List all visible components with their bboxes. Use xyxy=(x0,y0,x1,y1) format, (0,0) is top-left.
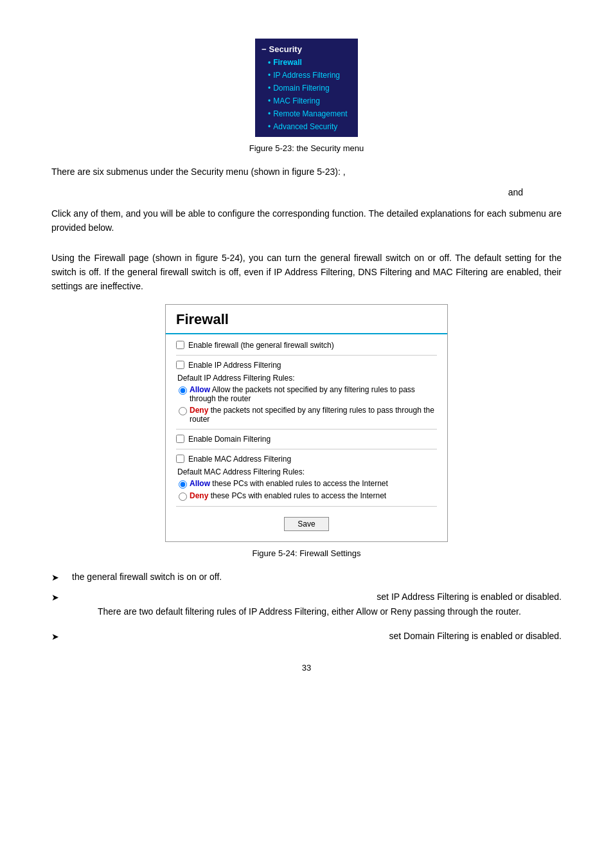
menu-container: Security Firewall IP Address Filtering D… xyxy=(51,39,562,137)
bullet-section: ➤ the general firewall switch is on or o… xyxy=(51,570,562,644)
page-number: 33 xyxy=(51,663,562,673)
bullet-row-3: ➤ set Domain Filtering is enabled or dis… xyxy=(51,629,562,644)
enable-domain-row: Enable Domain Filtering xyxy=(176,435,437,444)
menu-header: Security xyxy=(255,42,358,56)
bullet-arrow-1: ➤ xyxy=(51,570,59,584)
bullet-text-1: the general firewall switch is on or off… xyxy=(72,570,562,584)
enable-ip-label: Enable IP Address Filtering xyxy=(188,361,281,370)
mac-allow-row: Allow these PCs with enabled rules to ac… xyxy=(176,479,437,489)
mac-allow-radio[interactable] xyxy=(179,480,187,489)
menu-item-firewall[interactable]: Firewall xyxy=(255,56,358,69)
ip-allow-label: Allow Allow the packets not specified by… xyxy=(190,385,437,403)
firewall-container: Firewall Enable firewall (the general fi… xyxy=(51,304,562,542)
enable-domain-checkbox[interactable] xyxy=(176,435,184,443)
enable-firewall-checkbox[interactable] xyxy=(176,341,184,349)
enable-ip-row: Enable IP Address Filtering xyxy=(176,361,437,370)
bullet-arrow-2: ➤ xyxy=(51,590,59,604)
bullet-arrow-3: ➤ xyxy=(51,629,59,644)
page-content: Security Firewall IP Address Filtering D… xyxy=(51,39,562,673)
enable-mac-row: Enable MAC Address Filtering xyxy=(176,455,437,464)
menu-item-ip-filtering[interactable]: IP Address Filtering xyxy=(255,69,358,82)
ip-deny-radio[interactable] xyxy=(179,407,187,415)
firewall-body: Enable firewall (the general firewall sw… xyxy=(166,334,447,541)
bullet-text-2-rest: There are two default filtering rules of… xyxy=(72,604,562,619)
ip-allow-row: Allow Allow the packets not specified by… xyxy=(176,385,437,403)
enable-mac-checkbox[interactable] xyxy=(176,455,184,463)
mac-allow-label: Allow these PCs with enabled rules to ac… xyxy=(190,479,388,488)
mac-deny-label: Deny these PCs with enabled rules to acc… xyxy=(190,491,386,500)
bullet-content-2: set IP Address Filtering is enabled or d… xyxy=(72,590,562,624)
intro-paragraph: There are six submenus under the Securit… xyxy=(51,165,562,179)
intro-line2: and xyxy=(51,185,562,199)
menu-item-remote-management[interactable]: Remote Management xyxy=(255,107,358,120)
mac-deny-row: Deny these PCs with enabled rules to acc… xyxy=(176,491,437,501)
save-row: Save xyxy=(176,512,437,535)
menu-item-mac-filtering[interactable]: MAC Filtering xyxy=(255,95,358,107)
firewall-intro: Using the Firewall page (shown in figure… xyxy=(51,251,562,294)
default-mac-rules-label: Default MAC Address Filtering Rules: xyxy=(176,467,437,476)
firewall-box: Firewall Enable firewall (the general fi… xyxy=(165,304,448,542)
ip-allow-radio[interactable] xyxy=(179,386,187,395)
enable-ip-checkbox[interactable] xyxy=(176,361,184,369)
firewall-title: Firewall xyxy=(166,305,447,334)
default-ip-rules-label: Default IP Address Filtering Rules: xyxy=(176,374,437,383)
enable-firewall-row: Enable firewall (the general firewall sw… xyxy=(176,341,437,350)
menu-item-domain-filtering[interactable]: Domain Filtering xyxy=(255,82,358,95)
bullet-text-3: set Domain Filtering is enabled or disab… xyxy=(72,629,562,643)
bullet-text-2-line1: set IP Address Filtering is enabled or d… xyxy=(72,590,562,604)
ip-deny-label: Deny the packets not specified by any fi… xyxy=(190,406,437,424)
enable-mac-label: Enable MAC Address Filtering xyxy=(188,455,291,464)
bullet-row-1: ➤ the general firewall switch is on or o… xyxy=(51,570,562,584)
menu-item-advanced-security[interactable]: Advanced Security xyxy=(255,120,358,133)
security-menu: Security Firewall IP Address Filtering D… xyxy=(255,39,358,137)
figure-24-caption: Figure 5-24: Firewall Settings xyxy=(51,548,562,558)
save-button[interactable]: Save xyxy=(284,517,328,531)
intro-line3: Click any of them, and you will be able … xyxy=(51,206,562,235)
enable-firewall-label: Enable firewall (the general firewall sw… xyxy=(188,341,334,350)
figure-23-caption: Figure 5-23: the Security menu xyxy=(51,143,562,153)
bullet-row-2: ➤ set IP Address Filtering is enabled or… xyxy=(51,590,562,624)
ip-deny-row: Deny the packets not specified by any fi… xyxy=(176,406,437,424)
enable-domain-label: Enable Domain Filtering xyxy=(188,435,271,444)
mac-deny-radio[interactable] xyxy=(179,493,187,501)
